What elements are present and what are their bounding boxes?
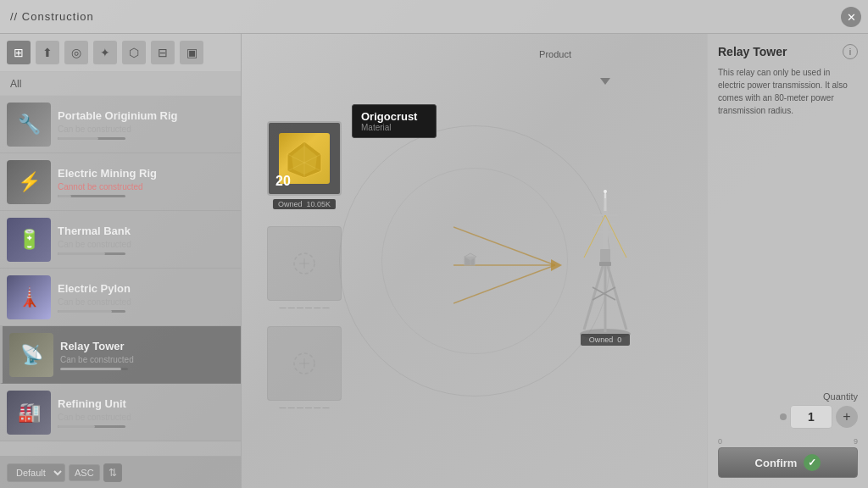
item-thumbnail: 🔋	[7, 218, 51, 262]
item-thumbnail: ⚡	[7, 160, 51, 204]
material-card-empty-3[interactable]	[267, 326, 342, 401]
quantity-display: 1	[790, 405, 832, 429]
item-bar	[58, 310, 125, 313]
detail-header: Relay Tower i	[718, 44, 858, 59]
close-button[interactable]: ✕	[841, 7, 861, 27]
cube-icon	[462, 251, 479, 268]
item-list: 🔧 Portable Originium Rig Can be construc…	[0, 96, 241, 456]
material-card-origocrust[interactable]: 20	[267, 121, 342, 196]
item-info: Thermal Bank Can be constructed	[58, 225, 234, 255]
item-name: Thermal Bank	[58, 225, 234, 237]
qty-min-indicator	[780, 413, 787, 420]
list-item[interactable]: 🗼 Electric Pylon Can be constructed	[0, 269, 241, 326]
empty-slot-icon-2	[292, 351, 317, 376]
sort-options-button[interactable]: ⇅	[103, 463, 122, 482]
relay-tower-svg	[571, 190, 639, 342]
material-card-empty-2[interactable]	[267, 226, 342, 301]
material-slot-1[interactable]: 20 Origocrust Material Owned 10.05K	[267, 121, 342, 196]
materials-column: 20 Origocrust Material Owned 10.05K	[267, 121, 342, 401]
svg-rect-26	[600, 249, 610, 262]
svg-line-22	[605, 258, 626, 330]
quantity-label: Quantity	[718, 391, 858, 402]
content-area: ⊞ ⬆ ◎ ✦ ⬡ ⊟ ▣ All 🔧 Portable O	[0, 34, 868, 488]
list-item[interactable]: 🏭 Refining Unit Can be constructed	[0, 384, 241, 441]
item-bar	[58, 195, 125, 197]
material-tooltip: Origocrust Material	[352, 104, 437, 138]
item-bar	[60, 368, 128, 370]
right-panel: Relay Tower i This relay can only be use…	[707, 34, 868, 488]
item-thumbnail: 📡	[9, 333, 53, 377]
confirm-check-icon: ✓	[804, 454, 821, 471]
quantity-section: Quantity 1 + 0 9 Confirm ✓	[718, 391, 858, 478]
detail-title: Relay Tower	[718, 45, 787, 58]
item-name: Refining Unit	[58, 397, 234, 410]
material-label-3: — — — — — —	[279, 403, 329, 411]
owned-product-badge: Owned 0	[581, 334, 631, 346]
cat-icon-grid[interactable]: ⊟	[151, 41, 175, 64]
sort-direction[interactable]: ASC	[69, 464, 100, 481]
list-item[interactable]: 🔧 Portable Originium Rig Can be construc…	[0, 96, 241, 153]
left-panel: ⊞ ⬆ ◎ ✦ ⬡ ⊟ ▣ All 🔧 Portable O	[0, 34, 242, 488]
quantity-control: 1 +	[718, 405, 858, 429]
recipe-area: Product	[242, 34, 707, 488]
item-thumbnail: 🗼	[7, 275, 51, 319]
detail-description: This relay can only be used in electric …	[718, 66, 858, 391]
empty-slot-icon	[292, 251, 317, 276]
item-status: Can be constructed	[58, 125, 234, 134]
product-arrow	[598, 75, 612, 92]
sort-bar: Default ASC ⇅	[0, 456, 241, 488]
middle-panel: Product	[242, 34, 707, 488]
item-name: Relay Tower	[60, 340, 234, 352]
item-bar	[58, 252, 125, 255]
item-info: Relay Tower Can be constructed	[60, 340, 234, 370]
material-slot-3[interactable]: — — — — — —	[267, 326, 342, 401]
tooltip-name: Origocrust	[361, 110, 427, 123]
confirm-button[interactable]: Confirm ✓	[718, 447, 858, 478]
item-status: Can be constructed	[60, 355, 234, 364]
cat-icon-person[interactable]: ▣	[180, 41, 203, 64]
item-name: Electric Mining Rig	[58, 167, 234, 180]
item-status: Can be constructed	[58, 413, 234, 422]
main-window: // Construction ✕ ⊞ ⬆ ◎ ✦ ⬡ ⊟ ▣ All	[0, 0, 868, 488]
item-thumbnail: 🏭	[7, 391, 51, 435]
item-status: Cannot be constructed	[58, 182, 234, 191]
cat-icon-all[interactable]: ⊞	[7, 41, 31, 64]
filter-label: All	[0, 72, 241, 96]
item-info: Electric Pylon Can be constructed	[58, 282, 234, 313]
info-icon-button[interactable]: i	[843, 44, 858, 59]
sort-select[interactable]: Default	[7, 463, 65, 482]
cat-icon-circular[interactable]: ◎	[64, 41, 88, 64]
item-info: Refining Unit Can be constructed	[58, 397, 234, 428]
svg-marker-18	[600, 78, 610, 85]
category-bar: ⊞ ⬆ ◎ ✦ ⬡ ⊟ ▣	[0, 34, 241, 72]
item-name: Electric Pylon	[58, 282, 234, 295]
svg-rect-27	[599, 262, 611, 266]
svg-point-35	[604, 190, 607, 193]
cat-icon-hex[interactable]: ⬡	[122, 41, 146, 64]
tooltip-type: Material	[361, 123, 427, 132]
qty-range: 0 9	[718, 437, 858, 446]
owned-badge-1: Owned 10.05K	[273, 199, 336, 209]
title-bar: // Construction ✕	[0, 0, 868, 34]
product-area: Owned 0	[571, 176, 639, 346]
material-label-2: — — — — — —	[279, 303, 329, 311]
cat-icon-fork[interactable]: ✦	[93, 41, 117, 64]
item-thumbnail: 🔧	[7, 103, 51, 147]
quantity-increase-button[interactable]: +	[836, 406, 858, 428]
item-status: Can be constructed	[58, 240, 234, 249]
product-arrow-icon	[598, 75, 612, 88]
material-count: 20	[275, 174, 291, 189]
item-info: Portable Originium Rig Can be constructe…	[58, 109, 234, 140]
confirm-label: Confirm	[755, 457, 798, 469]
material-slot-2[interactable]: — — — — — —	[267, 226, 342, 301]
item-info: Electric Mining Rig Cannot be constructe…	[58, 167, 234, 197]
svg-line-20	[584, 258, 605, 330]
list-item[interactable]: 🔋 Thermal Bank Can be constructed	[0, 211, 241, 269]
cat-icon-building[interactable]: ⬆	[36, 41, 59, 64]
item-bar	[58, 137, 125, 140]
svg-marker-3	[551, 259, 562, 271]
item-bar	[58, 425, 125, 428]
list-item[interactable]: ⚡ Electric Mining Rig Cannot be construc…	[0, 153, 241, 211]
connector-cube	[462, 251, 479, 271]
list-item-relay-tower[interactable]: 📡 Relay Tower Can be constructed	[0, 326, 241, 384]
